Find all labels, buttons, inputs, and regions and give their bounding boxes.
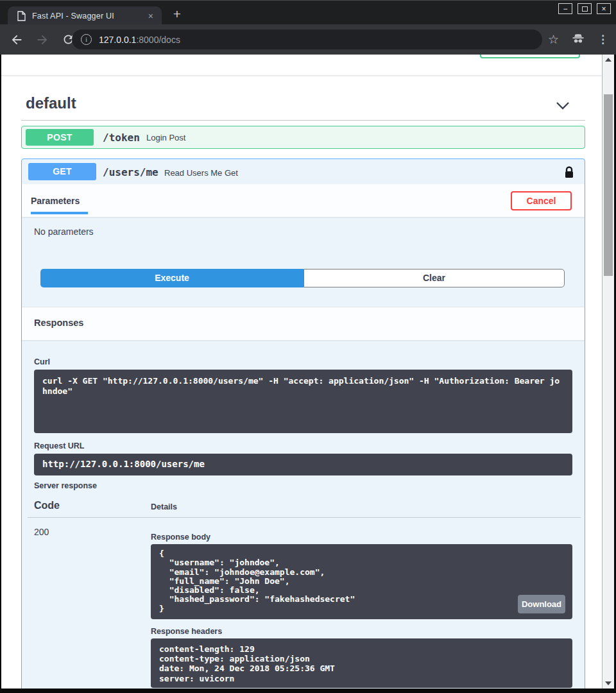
close-button[interactable]: × (597, 3, 611, 14)
url-path: :8000/docs (136, 35, 180, 45)
post-method-badge: POST (26, 129, 94, 146)
back-icon[interactable] (8, 31, 25, 48)
auth-section (1, 55, 602, 76)
response-headers-value: content-length: 129 content-type: applic… (151, 638, 572, 690)
response-table-divider (28, 517, 581, 518)
window-controls: − × (558, 3, 611, 14)
tab-title: Fast API - Swagger UI (32, 12, 114, 21)
window-edge-bottom (0, 689, 616, 693)
page-icon (17, 11, 26, 21)
scrollbar-up-arrow[interactable] (605, 58, 612, 62)
browser-window: Fast API - Swagger UI × + − × i 127.0.0.… (0, 0, 616, 693)
request-url-value: http://127.0.0.1:8000/users/me (34, 454, 572, 475)
curl-command: curl -X GET "http://127.0.0.1:8000/users… (34, 370, 572, 403)
window-titlebar: Fast API - Swagger UI × + − × (0, 0, 616, 24)
post-endpoint-summary: Login Post (146, 133, 185, 142)
url-text: 127.0.0.1:8000/docs (99, 35, 180, 45)
response-headers-label: Response headers (151, 627, 222, 636)
download-button[interactable]: Download (518, 595, 565, 613)
forward-icon[interactable] (34, 31, 51, 48)
new-tab-button[interactable]: + (168, 5, 186, 23)
get-endpoint-path: /users/me (103, 166, 158, 178)
clear-button[interactable]: Clear (304, 269, 565, 287)
chevron-down-icon[interactable] (556, 101, 570, 112)
scrollbar-thumb[interactable] (604, 94, 613, 276)
browser-tab[interactable]: Fast API - Swagger UI × (8, 6, 162, 25)
lock-icon[interactable] (564, 166, 574, 182)
browser-menu-icon[interactable]: ⋮ (597, 34, 608, 45)
curl-label: Curl (34, 357, 50, 366)
toolbar-right-icons: ☆ ⋮ (548, 24, 608, 55)
request-url-block: http://127.0.0.1:8000/users/me (34, 454, 572, 475)
active-tab-underline (31, 212, 88, 214)
maximize-icon (582, 6, 588, 12)
response-body-block: { "username": "johndoe", "email": "johnd… (151, 544, 572, 619)
curl-block: curl -X GET "http://127.0.0.1:8000/users… (34, 370, 572, 433)
bookmark-star-icon[interactable]: ☆ (548, 33, 559, 46)
no-parameters-message: No parameters (34, 227, 94, 237)
section-divider (21, 120, 585, 121)
tab-close-icon[interactable]: × (148, 11, 153, 21)
execute-button[interactable]: Execute (40, 269, 304, 287)
cancel-button[interactable]: Cancel (511, 191, 572, 210)
responses-title: Responses (34, 318, 83, 328)
post-endpoint-path: /token (103, 132, 140, 144)
response-body-json: { "username": "johndoe", "email": "johnd… (151, 544, 572, 620)
server-response-label: Server response (34, 481, 97, 490)
maximize-button[interactable] (578, 3, 592, 14)
minimize-button[interactable]: − (558, 3, 572, 14)
nav-buttons (8, 24, 76, 55)
request-url-label: Request URL (34, 441, 84, 450)
response-headers-block: content-length: 129 content-type: applic… (151, 638, 572, 688)
response-body-label: Response body (151, 533, 210, 542)
url-host: 127.0.0.1 (99, 35, 136, 45)
browser-toolbar: i 127.0.0.1:8000/docs ☆ ⋮ (0, 24, 616, 55)
address-bar[interactable]: i 127.0.0.1:8000/docs (72, 30, 542, 49)
incognito-icon (571, 31, 585, 48)
window-edge-left (0, 55, 1, 693)
site-info-icon[interactable]: i (81, 34, 92, 45)
get-method-badge: GET (28, 163, 96, 180)
scrollbar-down-arrow[interactable] (605, 681, 612, 685)
code-column-header: Code (34, 500, 60, 511)
get-endpoint-summary: Read Users Me Get (164, 168, 238, 178)
details-column-header: Details (151, 502, 177, 511)
tab-parameters[interactable]: Parameters (31, 196, 80, 206)
section-title: default (26, 94, 76, 112)
responses-header (22, 307, 585, 340)
authorize-button[interactable] (480, 55, 580, 58)
parameters-header (22, 184, 585, 217)
status-code: 200 (34, 527, 49, 537)
